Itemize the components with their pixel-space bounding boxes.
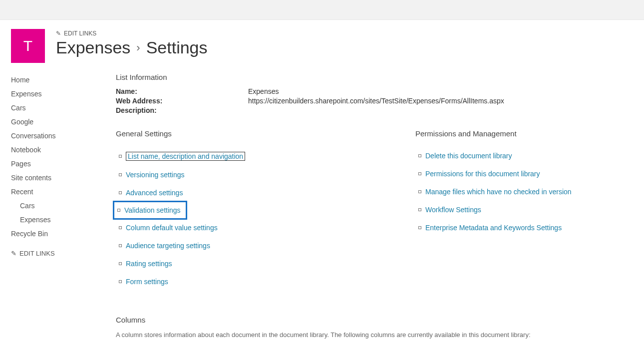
general-settings-heading: General Settings bbox=[116, 129, 415, 138]
setting-permissions: Permissions for this document library bbox=[415, 165, 629, 183]
link-delete-library[interactable]: Delete this document library bbox=[425, 152, 512, 160]
nav-cars[interactable]: Cars bbox=[11, 101, 96, 115]
columns-heading: Columns bbox=[116, 316, 629, 324]
link-versioning[interactable]: Versioning settings bbox=[126, 171, 185, 179]
bullet-icon bbox=[418, 190, 421, 193]
link-form[interactable]: Form settings bbox=[126, 278, 168, 286]
pencil-icon: ✎ bbox=[11, 250, 16, 257]
list-info-heading: List Information bbox=[116, 73, 629, 81]
setting-workflow: Workflow Settings bbox=[415, 201, 629, 219]
bullet-icon bbox=[418, 208, 421, 211]
bullet-icon bbox=[117, 209, 120, 212]
page-header: T ✎ EDIT LINKS Expenses › Settings bbox=[0, 20, 644, 68]
bullet-icon bbox=[418, 226, 421, 229]
setting-form: Form settings bbox=[116, 273, 415, 291]
nav-notebook[interactable]: Notebook bbox=[11, 143, 96, 157]
setting-versioning: Versioning settings bbox=[116, 166, 415, 184]
web-address-value: https://citizenbuilders.sharepoint.com/s… bbox=[248, 97, 504, 105]
link-workflow[interactable]: Workflow Settings bbox=[425, 206, 481, 214]
link-audience[interactable]: Audience targeting settings bbox=[126, 242, 210, 250]
nav-home[interactable]: Home bbox=[11, 73, 96, 87]
bullet-icon bbox=[119, 280, 122, 283]
site-logo-letter: T bbox=[23, 37, 32, 54]
edit-links-bottom-label: EDIT LINKS bbox=[19, 250, 55, 257]
bullet-icon bbox=[119, 155, 122, 158]
permissions-heading: Permissions and Management bbox=[415, 129, 629, 138]
breadcrumb-expenses[interactable]: Expenses bbox=[56, 38, 130, 57]
nav-recycle-bin[interactable]: Recycle Bin bbox=[11, 227, 96, 241]
quick-launch: Home Expenses Cars Google Conversations … bbox=[11, 73, 96, 340]
link-column-default[interactable]: Column default value settings bbox=[126, 224, 218, 232]
nav-recent-expenses[interactable]: Expenses bbox=[11, 213, 96, 227]
setting-metadata: Enterprise Metadata and Keywords Setting… bbox=[415, 219, 629, 237]
site-logo[interactable]: T bbox=[11, 29, 45, 63]
bullet-icon bbox=[119, 173, 122, 176]
chevron-right-icon: › bbox=[136, 41, 140, 54]
pencil-icon: ✎ bbox=[56, 30, 61, 37]
breadcrumb-settings: Settings bbox=[146, 38, 208, 57]
main-content: List Information Name: Expenses Web Addr… bbox=[96, 73, 644, 340]
setting-list-name: List name, description and navigation bbox=[116, 147, 415, 166]
edit-links-bottom[interactable]: ✎ EDIT LINKS bbox=[11, 250, 96, 257]
edit-links-label: EDIT LINKS bbox=[64, 30, 96, 37]
nav-pages[interactable]: Pages bbox=[11, 157, 96, 171]
name-value: Expenses bbox=[248, 87, 279, 95]
setting-advanced: Advanced settings bbox=[116, 184, 415, 202]
name-label: Name: bbox=[116, 87, 248, 95]
highlighted-validation: Validation settings bbox=[113, 201, 187, 220]
link-validation[interactable]: Validation settings bbox=[124, 206, 181, 214]
link-metadata[interactable]: Enterprise Metadata and Keywords Setting… bbox=[425, 224, 562, 232]
link-rating[interactable]: Rating settings bbox=[126, 260, 172, 268]
suite-bar bbox=[0, 0, 644, 20]
setting-manage-files: Manage files which have no checked in ve… bbox=[415, 183, 629, 201]
bullet-icon bbox=[119, 226, 122, 229]
nav-conversations[interactable]: Conversations bbox=[11, 129, 96, 143]
setting-rating: Rating settings bbox=[116, 255, 415, 273]
edit-links-top[interactable]: ✎ EDIT LINKS bbox=[56, 30, 208, 37]
columns-description: A column stores information about each d… bbox=[116, 330, 629, 340]
nav-google[interactable]: Google bbox=[11, 115, 96, 129]
breadcrumb: Expenses › Settings bbox=[56, 38, 208, 57]
setting-column-default: Column default value settings bbox=[116, 219, 415, 237]
setting-audience: Audience targeting settings bbox=[116, 237, 415, 255]
bullet-icon bbox=[119, 244, 122, 247]
bullet-icon bbox=[418, 172, 421, 175]
link-manage-files[interactable]: Manage files which have no checked in ve… bbox=[425, 188, 572, 196]
bullet-icon bbox=[119, 191, 122, 194]
description-label: Description: bbox=[116, 106, 248, 114]
nav-site-contents[interactable]: Site contents bbox=[11, 171, 96, 185]
bullet-icon bbox=[119, 262, 122, 265]
nav-expenses[interactable]: Expenses bbox=[11, 87, 96, 101]
nav-recent[interactable]: Recent bbox=[11, 185, 96, 199]
setting-delete-library: Delete this document library bbox=[415, 147, 629, 165]
link-list-name[interactable]: List name, description and navigation bbox=[126, 152, 245, 161]
link-permissions[interactable]: Permissions for this document library bbox=[425, 170, 540, 178]
bullet-icon bbox=[418, 154, 421, 157]
web-address-label: Web Address: bbox=[116, 97, 248, 105]
nav-recent-cars[interactable]: Cars bbox=[11, 199, 96, 213]
link-advanced[interactable]: Advanced settings bbox=[126, 189, 183, 197]
setting-validation: Validation settings bbox=[117, 206, 181, 214]
